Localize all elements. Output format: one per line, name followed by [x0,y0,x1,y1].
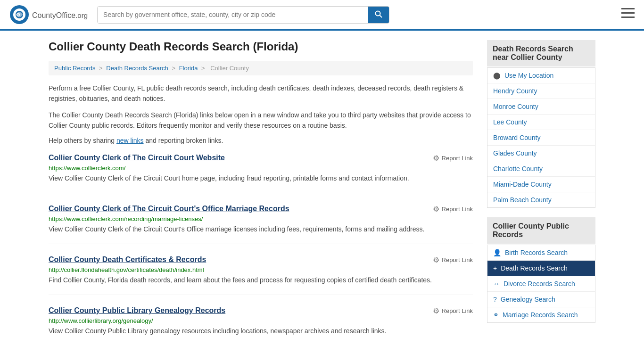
sidebar: Death Records Search near Collier County… [487,40,595,357]
record-header-1: Collier County Clerk of The Circuit Cour… [49,205,473,214]
report-label-2: Report Link [442,256,473,263]
breadcrumb-collier: Collier County [210,65,249,72]
record-item-3: Collier County Public Library Genealogy … [49,306,473,346]
breadcrumb-death-records[interactable]: Death Records Search [106,65,168,72]
person-icon: 👤 [493,249,501,256]
svg-text:⚙: ⚙ [16,12,20,17]
ring-icon: ⚭ [493,311,499,319]
record-title-0[interactable]: Collier County Clerk of The Circuit Cour… [49,154,225,162]
sidebar-nearby-section: Death Records Search near Collier County… [487,40,595,208]
sidebar-item-marriage[interactable]: ⚭ Marriage Records Search [487,307,595,322]
record-desc-2: Find Collier County, Florida death recor… [49,275,473,285]
record-header-2: Collier County Death Certificates & Reco… [49,255,473,264]
help-text: Help others by sharing new links and rep… [49,137,473,144]
breadcrumb-florida[interactable]: Florida [179,65,198,72]
report-icon-3: ⚙ [433,306,439,315]
record-url-3: http://www.collierlibrary.org/genealogy/ [49,317,473,324]
record-desc-0: View Collier County Clerk of the Circuit… [49,173,473,183]
breadcrumb-sep-2: > [172,65,175,72]
lee-label: Lee County [493,118,527,126]
charlotte-label: Charlotte County [493,165,543,173]
report-link-2[interactable]: ⚙ Report Link [433,255,473,264]
hamburger-menu[interactable] [621,8,635,21]
logo-link[interactable]: ⚙ CountyOffice.org [9,5,88,25]
svg-rect-8 [621,16,635,18]
search-input[interactable] [98,7,368,23]
sidebar-item-divorce[interactable]: ↔ Divorce Records Search [487,276,595,292]
sidebar-item-birth[interactable]: 👤 Birth Records Search [487,245,595,261]
sidebar-item-miami-dade[interactable]: Miami-Dade County [487,177,595,192]
sidebar-item-palm-beach[interactable]: Palm Beach County [487,192,595,207]
help-suffix: and reporting broken links. [144,137,223,144]
search-button[interactable] [368,7,389,23]
report-icon-0: ⚙ [433,154,439,163]
record-title-1[interactable]: Collier County Clerk of The Circuit Cour… [49,205,289,213]
report-link-3[interactable]: ⚙ Report Link [433,306,473,315]
palm-beach-label: Palm Beach County [493,196,552,204]
sidebar-item-use-location[interactable]: ⬤ Use My Location [487,68,595,83]
sidebar-public-records-links: 👤 Birth Records Search + Death Records S… [487,245,595,323]
page-title: Collier County Death Records Search (Flo… [49,40,473,53]
hendry-label: Hendry County [493,87,537,95]
record-url-2: http://collier.floridahealth.gov/certifi… [49,266,473,273]
glades-label: Glades County [493,149,537,157]
breadcrumb-public-records[interactable]: Public Records [54,65,95,72]
plus-icon: + [493,264,497,272]
record-title-3[interactable]: Collier County Public Library Genealogy … [49,306,225,315]
search-icon [375,10,382,18]
breadcrumb-sep-1: > [99,65,103,72]
records-list: Collier County Clerk of The Circuit Cour… [49,154,473,346]
record-desc-1: View Collier County Clerk of the Circuit… [49,224,473,234]
sidebar-public-records-section: Collier County Public Records 👤 Birth Re… [487,217,595,323]
main-container: Collier County Death Records Search (Flo… [39,40,605,357]
sidebar-item-glades[interactable]: Glades County [487,146,595,161]
record-item-2: Collier County Death Certificates & Reco… [49,255,473,295]
svg-line-5 [380,15,382,17]
genealogy-label: Genealogy Search [501,296,555,303]
sidebar-item-broward[interactable]: Broward County [487,130,595,146]
sidebar-item-monroe[interactable]: Monroe County [487,99,595,115]
use-location-link[interactable]: ⬤ Use My Location [487,68,595,83]
use-location-label: Use My Location [504,72,553,79]
report-icon-2: ⚙ [433,255,439,264]
sidebar-public-records-title: Collier County Public Records [487,217,595,244]
sidebar-item-lee[interactable]: Lee County [487,115,595,130]
record-url-1: https://www.collierclerk.com/recording/m… [49,215,473,222]
death-label: Death Records Search [501,264,568,272]
broward-label: Broward County [493,134,540,141]
report-link-1[interactable]: ⚙ Report Link [433,205,473,214]
marriage-label: Marriage Records Search [503,311,578,319]
record-url-0: https://www.collierclerk.com/ [49,165,473,172]
monroe-label: Monroe County [493,103,538,110]
record-header-0: Collier County Clerk of The Circuit Cour… [49,154,473,163]
logo-icon: ⚙ [9,5,29,25]
sidebar-item-hendry[interactable]: Hendry County [487,83,595,99]
record-item-0: Collier County Clerk of The Circuit Cour… [49,154,473,193]
search-bar [97,6,389,24]
report-label-0: Report Link [442,155,473,162]
divorce-label: Divorce Records Search [504,280,575,288]
hamburger-icon [621,8,635,18]
header: ⚙ CountyOffice.org [0,0,644,31]
sidebar-nearby-links: ⬤ Use My Location Hendry County Monroe C… [487,67,595,208]
record-item-1: Collier County Clerk of The Circuit Cour… [49,205,473,244]
description-1: Perform a free Collier County, FL public… [49,83,473,104]
sidebar-item-death[interactable]: + Death Records Search [487,261,595,276]
report-link-0[interactable]: ⚙ Report Link [433,154,473,163]
sidebar-item-genealogy[interactable]: ? Genealogy Search [487,292,595,307]
question-icon: ? [493,296,497,303]
report-label-1: Report Link [442,206,473,213]
record-title-2[interactable]: Collier County Death Certificates & Reco… [49,255,206,264]
sidebar-item-charlotte[interactable]: Charlotte County [487,161,595,177]
breadcrumb: Public Records > Death Records Search > … [49,61,473,75]
svg-point-4 [376,11,380,16]
logo-name: CountyOffice.org [32,9,88,20]
miami-dade-label: Miami-Dade County [493,181,552,188]
new-links-link[interactable]: new links [116,137,144,144]
svg-rect-7 [621,12,635,14]
birth-label: Birth Records Search [505,249,568,256]
report-icon-1: ⚙ [433,205,439,214]
record-header-3: Collier County Public Library Genealogy … [49,306,473,315]
content-area: Collier County Death Records Search (Flo… [49,40,473,357]
help-prefix: Help others by sharing [49,137,116,144]
